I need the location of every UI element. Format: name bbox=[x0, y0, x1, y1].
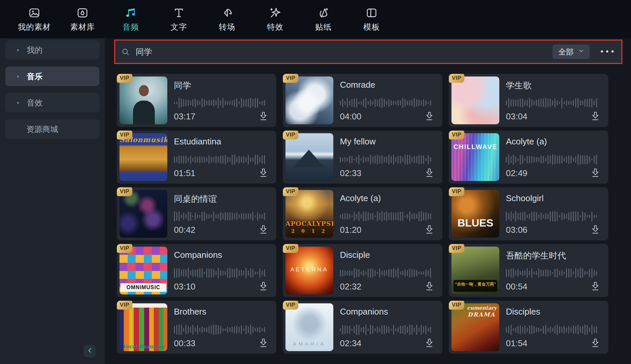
tab-my-media[interactable]: 我的素材 bbox=[15, 0, 54, 38]
thumbnail[interactable] bbox=[119, 190, 167, 238]
thumbnail[interactable] bbox=[119, 76, 167, 124]
music-card[interactable]: VIPCHILLWAVEAcolyte (a)02:49 bbox=[449, 131, 608, 184]
vip-badge: VIP bbox=[449, 244, 464, 253]
caret-right-icon bbox=[15, 47, 21, 53]
track-duration: 00:33 bbox=[174, 338, 195, 349]
download-button[interactable] bbox=[424, 225, 434, 235]
thumbnail-text: AETERNA bbox=[285, 266, 333, 273]
waveform bbox=[174, 154, 266, 166]
track-title: 同学 bbox=[174, 80, 191, 91]
track-meta: Estudiantina01:51 bbox=[174, 133, 268, 181]
track-duration: 00:54 bbox=[506, 282, 527, 292]
music-card[interactable]: VIPOMNIMUSICCompanions03:10 bbox=[117, 244, 276, 297]
thumbnail-text: OMNIMUSIC bbox=[120, 283, 166, 292]
music-card[interactable]: VIPMy fellow02:33 bbox=[283, 131, 442, 184]
tab-text[interactable]: 文字 bbox=[159, 0, 199, 38]
chevron-left-icon bbox=[86, 347, 94, 356]
download-button[interactable] bbox=[424, 281, 434, 292]
music-card[interactable]: VIPComrade04:00 bbox=[283, 74, 442, 127]
waveform bbox=[506, 97, 598, 109]
sidebar-item-label: 音效 bbox=[27, 98, 43, 108]
music-card[interactable]: VIPcumentaryDRAMADisciples01:54 bbox=[449, 301, 608, 354]
download-button[interactable] bbox=[258, 168, 268, 178]
search-icon bbox=[121, 47, 130, 56]
tab-sticker[interactable]: 贴纸 bbox=[304, 0, 343, 38]
sidebar-item-mine[interactable]: 我的 bbox=[5, 40, 99, 60]
thumbnail[interactable]: CHILLWAVE bbox=[451, 133, 499, 181]
download-button[interactable] bbox=[590, 281, 600, 292]
search-input[interactable] bbox=[135, 47, 552, 57]
waveform bbox=[174, 267, 266, 279]
music-card[interactable]: VIP同桌的情谊00:42 bbox=[117, 187, 276, 240]
thumbnail[interactable]: cumentaryDRAMA bbox=[451, 303, 499, 351]
track-title: Acolyte (a) bbox=[340, 193, 381, 203]
tab-label: 转场 bbox=[219, 22, 235, 32]
download-button[interactable] bbox=[424, 338, 434, 349]
track-meta: Disciples01:54 bbox=[506, 303, 600, 351]
thumbnail[interactable]: OMNIMUSIC bbox=[119, 247, 167, 294]
waveform bbox=[506, 267, 598, 279]
music-card[interactable]: VIP同学03:17 bbox=[117, 74, 276, 127]
tab-label: 我的素材 bbox=[18, 22, 51, 32]
tab-label: 素材库 bbox=[70, 22, 95, 32]
thumbnail[interactable]: Salonmusik bbox=[119, 133, 167, 181]
thumbnail[interactable]: APOCALYPSE2 0 1 2 bbox=[285, 190, 333, 238]
music-card[interactable]: VIP学生歌03:04 bbox=[449, 74, 608, 127]
download-button[interactable] bbox=[424, 168, 434, 178]
tab-audio[interactable]: 音频 bbox=[111, 0, 150, 38]
thumbnail-text: DRAMA bbox=[468, 311, 495, 318]
more-options-button[interactable] bbox=[599, 45, 615, 59]
search-toolbar: 全部 bbox=[115, 41, 621, 63]
download-button[interactable] bbox=[258, 281, 268, 292]
thumbnail[interactable] bbox=[451, 76, 499, 124]
thumbnail[interactable]: AMARIA bbox=[285, 303, 333, 351]
download-button[interactable] bbox=[590, 168, 600, 178]
tab-library[interactable]: 素材库 bbox=[63, 0, 102, 38]
thumbnail[interactable]: “吉他一响，黄金万两” bbox=[451, 247, 499, 294]
library-icon bbox=[76, 6, 89, 19]
thumbnail[interactable]: BLUES bbox=[451, 190, 499, 238]
vip-badge: VIP bbox=[283, 301, 298, 310]
music-card[interactable]: VIPAMARIACompanions02:34 bbox=[283, 301, 442, 354]
download-button[interactable] bbox=[258, 111, 268, 122]
track-meta: 学生歌03:04 bbox=[506, 76, 600, 124]
vip-badge: VIP bbox=[283, 187, 298, 196]
vip-badge: VIP bbox=[449, 131, 464, 139]
tab-effects[interactable]: 特效 bbox=[255, 0, 295, 38]
download-button[interactable] bbox=[590, 111, 600, 122]
music-card[interactable]: VIPAETERNADisciple02:32 bbox=[283, 244, 442, 297]
sidebar-item-label: 资源商城 bbox=[26, 124, 58, 135]
thumbnail[interactable] bbox=[285, 133, 333, 181]
download-button[interactable] bbox=[424, 111, 434, 122]
music-card[interactable]: VIPAPOCALYPSE2 0 1 2Acolyte (a)01:20 bbox=[283, 187, 442, 240]
thumbnail-text: AMARIA bbox=[285, 341, 333, 347]
music-card[interactable]: VIPSalonmusikEstudiantina01:51 bbox=[117, 131, 276, 184]
sidebar-collapse-button[interactable] bbox=[83, 345, 96, 357]
download-button[interactable] bbox=[590, 338, 600, 349]
vip-badge: VIP bbox=[117, 131, 132, 139]
caret-right-icon bbox=[15, 74, 21, 79]
sidebar-item-store[interactable]: 资源商城 bbox=[5, 119, 99, 139]
thumbnail[interactable]: Vocal Harmony bbox=[119, 303, 167, 351]
tab-template[interactable]: 模板 bbox=[352, 0, 391, 38]
track-meta: Acolyte (a)01:20 bbox=[340, 190, 434, 238]
sidebar-item-sound-effects[interactable]: 音效 bbox=[5, 93, 99, 112]
tab-label: 音频 bbox=[122, 22, 139, 32]
download-button[interactable] bbox=[590, 225, 600, 235]
thumbnail[interactable]: AETERNA bbox=[285, 247, 333, 294]
results-grid: VIP同学03:17VIPComrade04:00VIP学生歌03:04VIPS… bbox=[117, 74, 609, 354]
thumbnail[interactable] bbox=[285, 76, 333, 124]
track-duration: 00:42 bbox=[174, 225, 195, 235]
filter-dropdown[interactable]: 全部 bbox=[552, 45, 590, 59]
download-button[interactable] bbox=[258, 338, 268, 349]
music-card[interactable]: VIP“吉他一响，黄金万两”吾酷的学生时代00:54 bbox=[449, 244, 608, 297]
sidebar-item-music[interactable]: 音乐 bbox=[5, 67, 99, 86]
music-card[interactable]: VIPVocal HarmonyBrothers00:33 bbox=[117, 301, 276, 354]
track-duration: 01:20 bbox=[340, 225, 361, 235]
track-meta: Companions02:34 bbox=[340, 303, 434, 351]
music-card[interactable]: VIPBLUESSchoolgirl03:06 bbox=[449, 187, 608, 240]
tab-transition[interactable]: 转场 bbox=[207, 0, 247, 38]
download-button[interactable] bbox=[258, 225, 268, 235]
vip-badge: VIP bbox=[117, 301, 132, 310]
sidebar-item-label: 我的 bbox=[27, 45, 43, 55]
